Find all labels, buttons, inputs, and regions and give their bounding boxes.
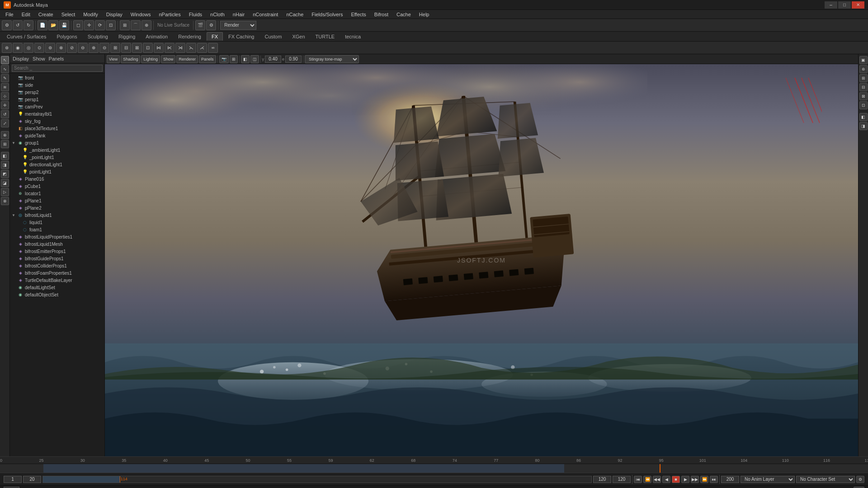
rotate-tool-btn[interactable]: ↺	[1, 110, 9, 118]
outliner-item-defaultLightSet[interactable]: ◉ defaultLightSet	[10, 284, 104, 291]
tab-xgen[interactable]: XGen	[287, 32, 310, 41]
viewport[interactable]: View Shading Lighting Show Renderer Pane…	[105, 54, 858, 456]
toolbar-btn-save[interactable]: 💾	[59, 20, 69, 30]
fx-btn-5[interactable]: ⊚	[45, 43, 55, 53]
outliner-item-locator1[interactable]: ⊕ locator1	[10, 190, 104, 197]
fx-btn-6[interactable]: ⊗	[56, 43, 66, 53]
gamma-input[interactable]	[265, 56, 281, 63]
lasso-tool-btn[interactable]: ∿	[1, 65, 9, 73]
toolbar-btn-snap-point[interactable]: ⊕	[142, 20, 151, 30]
tab-tecnica[interactable]: tecnica	[340, 32, 366, 41]
outliner-item-foam1[interactable]: ◌ foam1	[10, 226, 104, 233]
outliner-item-TurtleDefaultBakeLayer[interactable]: ◈ TurtleDefaultBakeLayer	[10, 277, 104, 284]
outliner-item-front[interactable]: 📷 front	[10, 74, 104, 81]
fx-btn-8[interactable]: ⊖	[78, 43, 88, 53]
menu-item-cache[interactable]: Cache	[393, 11, 415, 18]
move-tool-btn[interactable]: ✛	[1, 101, 9, 109]
outliner-item-mentalrayIbl1[interactable]: 💡 mentalrayIbl1	[10, 110, 104, 117]
toolbar-btn-rotate[interactable]: ⟳	[95, 20, 105, 30]
toolbar-btn-snap-curve[interactable]: ⌒	[131, 20, 141, 30]
tab-rigging[interactable]: Rigging	[113, 32, 140, 41]
start-frame-input[interactable]	[4, 476, 22, 483]
vp-show-menu[interactable]: Show	[161, 55, 176, 63]
outliner-item-pPlane1[interactable]: ◈ pPlane1	[10, 197, 104, 204]
fx-tool-btn[interactable]: ◩	[1, 170, 9, 178]
outliner-item-pPlane2[interactable]: ◈ pPlane2	[10, 204, 104, 211]
fx-btn-16[interactable]: ⋉	[165, 43, 175, 53]
outliner-item-defaultObjectSet[interactable]: ◉ defaultObjectSet	[10, 291, 104, 298]
outliner-item-bifrostFoamProperties1[interactable]: ◈ bifrostFoamProperties1	[10, 269, 104, 277]
toolbar-btn-select[interactable]: ◻	[73, 20, 83, 30]
prev-key-button[interactable]: ⏪	[643, 476, 651, 483]
outliner-item-side[interactable]: 📷 side	[10, 81, 104, 89]
menu-item-fluids[interactable]: Fluids	[185, 11, 206, 18]
fx-btn-12[interactable]: ⊟	[121, 43, 131, 53]
fx-btn-7[interactable]: ⊘	[67, 43, 77, 53]
menu-item-select[interactable]: Select	[58, 11, 79, 18]
tone-map-select[interactable]: Stingray tone-map	[305, 55, 359, 63]
playback-start-input[interactable]	[23, 476, 41, 483]
menu-item-ncloth[interactable]: nCloth	[207, 11, 228, 18]
outliner-item-pointLight1a[interactable]: 💡 _pointLight1	[10, 154, 104, 161]
tab-polygons[interactable]: Polygons	[52, 32, 82, 41]
right-btn-2[interactable]: ⊛	[859, 65, 868, 73]
right-btn-5[interactable]: ⊠	[859, 92, 868, 100]
close-button[interactable]: ✕	[852, 1, 864, 9]
status-mel-btn[interactable]: ⌨	[854, 487, 864, 488]
snap-tool-btn[interactable]: ⊕	[1, 131, 9, 139]
vp-shading-menu[interactable]: Shading	[121, 55, 140, 63]
fx-btn-2[interactable]: ◉	[13, 43, 23, 53]
right-btn-1[interactable]: ▣	[859, 56, 868, 64]
outliner-item-bifrostLiquid1[interactable]: ▼ ◎ bifrostLiquid1	[10, 211, 104, 219]
outliner-item-guideTank[interactable]: ◈ guideTank	[10, 132, 104, 139]
vp-shade-btn[interactable]: ◧	[241, 55, 250, 63]
menu-item-fields-solvers[interactable]: Fields/Solvers	[308, 11, 346, 18]
outliner-item-persp2[interactable]: 📷 persp2	[10, 89, 104, 96]
right-btn-8[interactable]: ◨	[859, 122, 868, 130]
outliner-item-directionalLight1[interactable]: 💡 directionalLight1	[10, 161, 104, 168]
outliner-item-bifrostEmitterProps1[interactable]: ◈ bifrostEmitterProps1	[10, 248, 104, 255]
vp-lighting-menu[interactable]: Lighting	[141, 55, 160, 63]
vp-wire-btn[interactable]: ◫	[250, 55, 259, 63]
end-frame-input[interactable]	[613, 476, 631, 483]
right-btn-7[interactable]: ◧	[859, 113, 868, 121]
outliner-show-menu[interactable]: Show	[33, 56, 45, 61]
menu-item-display[interactable]: Display	[103, 11, 126, 18]
fx-btn-13[interactable]: ⊠	[132, 43, 142, 53]
anim-settings-btn[interactable]: ⚙	[856, 476, 864, 483]
stop-button[interactable]: ■	[672, 476, 680, 483]
fx-btn-14[interactable]: ⊡	[143, 43, 153, 53]
maximize-button[interactable]: □	[838, 1, 851, 9]
fx-btn-18[interactable]: ⋋	[186, 43, 196, 53]
toolbar-btn-render-settings[interactable]: ⚙	[206, 20, 216, 30]
outliner-item-Plane016[interactable]: ◈ Plane016	[10, 175, 104, 183]
outliner-display-menu[interactable]: Display	[13, 56, 29, 61]
toolbar-btn-render[interactable]: 🎬	[195, 20, 205, 30]
right-btn-6[interactable]: ⊡	[859, 101, 868, 109]
outliner-item-persp1[interactable]: 📷 persp1	[10, 96, 104, 103]
menu-item-modify[interactable]: Modify	[80, 11, 101, 18]
menu-item-nhair[interactable]: nHair	[229, 11, 248, 18]
right-btn-4[interactable]: ⊟	[859, 83, 868, 91]
menu-item-windows[interactable]: Windows	[127, 11, 155, 18]
fx-btn-11[interactable]: ⊞	[110, 43, 120, 53]
play-back-button[interactable]: ◀	[662, 476, 670, 483]
character-set-select[interactable]: No Character Set	[796, 476, 855, 483]
menu-item-ncache[interactable]: nCache	[283, 11, 307, 18]
toolbar-btn-new[interactable]: 📄	[38, 20, 47, 30]
vp-camera-btn[interactable]: 📷	[219, 55, 229, 63]
play-fwd-button[interactable]: ▶	[681, 476, 689, 483]
total-end-input[interactable]	[721, 476, 739, 483]
timeline-slider[interactable]: 114	[42, 476, 592, 483]
go-start-button[interactable]: ⏮	[634, 476, 642, 483]
right-btn-3[interactable]: ⊞	[859, 74, 868, 82]
fx-btn-3[interactable]: ◎	[24, 43, 33, 53]
outliner-item-bifrostLiquidProperties1[interactable]: ◈ bifrostLiquidProperties1	[10, 233, 104, 240]
fx-btn-20[interactable]: ⋍	[208, 43, 218, 53]
tab-sculpting[interactable]: Sculpting	[83, 32, 113, 41]
menu-item-bifrost[interactable]: Bifrost	[371, 11, 392, 18]
vp-grid-btn[interactable]: ⊞	[230, 55, 238, 63]
outliner-item-liquid1[interactable]: ◌ liquid1	[10, 219, 104, 226]
outliner-panels-menu[interactable]: Panels	[49, 56, 64, 61]
toolbar-btn-move[interactable]: ✛	[84, 20, 94, 30]
